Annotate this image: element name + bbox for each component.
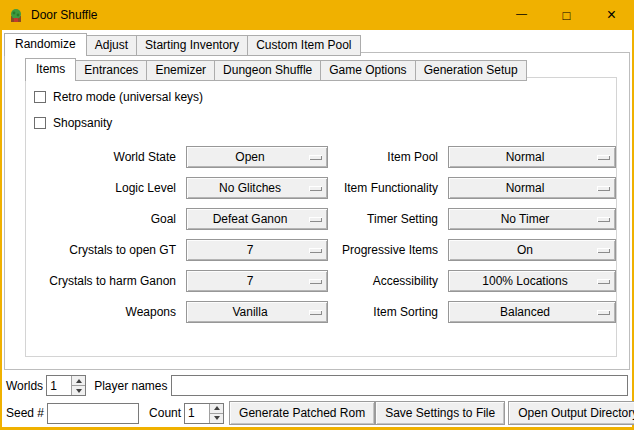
tab-items[interactable]: Items (25, 58, 76, 81)
retro-mode-label: Retro mode (universal keys) (53, 90, 203, 104)
tab-entrances[interactable]: Entrances (75, 60, 147, 81)
dropdown-indicator-icon (309, 279, 322, 284)
tab-game-options[interactable]: Game Options (320, 60, 415, 81)
world-state-dropdown[interactable]: Open (186, 146, 328, 168)
crystals-harm-ganon-dropdown[interactable]: 7 (186, 270, 328, 292)
item-pool-dropdown[interactable]: Normal (448, 146, 616, 168)
item-sorting-dropdown[interactable]: Balanced (448, 301, 616, 323)
goal-value: Defeat Ganon (213, 212, 288, 226)
worlds-spinbox (46, 375, 86, 396)
maximize-icon: □ (563, 8, 571, 23)
dropdown-indicator-icon (309, 310, 322, 315)
dropdown-indicator-icon (309, 217, 322, 222)
dropdown-indicator-icon (309, 155, 322, 160)
tab-randomize[interactable]: Randomize (4, 33, 87, 56)
minimize-button[interactable]: — (499, 0, 544, 30)
retro-mode-option: Retro mode (universal keys) (34, 90, 616, 104)
tab-adjust[interactable]: Adjust (86, 35, 137, 56)
goal-dropdown[interactable]: Defeat Ganon (186, 208, 328, 230)
timer-setting-dropdown[interactable]: No Timer (448, 208, 616, 230)
count-spin-arrows (209, 404, 223, 423)
player-names-label: Player names (94, 379, 167, 393)
logic-level-value: No Glitches (219, 181, 281, 195)
item-functionality-value: Normal (506, 181, 545, 195)
up-arrow-icon (214, 406, 220, 410)
dropdown-indicator-icon (597, 279, 610, 284)
dropdown-indicator-icon (597, 155, 610, 160)
item-sorting-label: Item Sorting (338, 301, 438, 323)
crystals-open-gt-dropdown[interactable]: 7 (186, 239, 328, 261)
retro-mode-checkbox[interactable] (34, 91, 46, 103)
progressive-items-value: On (517, 243, 533, 257)
minimize-icon: — (516, 7, 527, 19)
item-functionality-label: Item Functionality (338, 177, 438, 199)
accessibility-value: 100% Locations (482, 274, 567, 288)
crystals-harm-ganon-label: Crystals to harm Ganon (26, 270, 176, 292)
worlds-spin-down-button[interactable] (72, 385, 85, 395)
close-button[interactable]: × (589, 0, 634, 30)
item-sorting-value: Balanced (500, 305, 550, 319)
main-tab-bar: Randomize Adjust Starting Inventory Cust… (4, 33, 361, 56)
count-input[interactable] (185, 404, 209, 423)
down-arrow-icon (214, 416, 220, 420)
tab-starting-inventory[interactable]: Starting Inventory (136, 35, 248, 56)
count-spin-down-button[interactable] (210, 413, 223, 423)
seed-label: Seed # (6, 406, 44, 420)
progressive-items-label: Progressive Items (338, 239, 438, 261)
logic-level-dropdown[interactable]: No Glitches (186, 177, 328, 199)
weapons-label: Weapons (26, 301, 176, 323)
close-icon: × (607, 6, 616, 24)
crystals-open-gt-value: 7 (247, 243, 254, 257)
worlds-label: Worlds (6, 379, 43, 393)
items-panel: Retro mode (universal keys) Shopsanity W… (25, 77, 617, 357)
generate-patched-rom-button[interactable]: Generate Patched Rom (229, 401, 375, 425)
tab-custom-item-pool[interactable]: Custom Item Pool (247, 35, 360, 56)
weapons-dropdown[interactable]: Vanilla (186, 301, 328, 323)
goal-label: Goal (26, 208, 176, 230)
progressive-items-dropdown[interactable]: On (448, 239, 616, 261)
worlds-spin-up-button[interactable] (72, 376, 85, 385)
accessibility-label: Accessibility (338, 270, 438, 292)
open-output-directory-button[interactable]: Open Output Directory (508, 401, 634, 425)
tab-enemizer[interactable]: Enemizer (146, 60, 215, 81)
tab-dungeon-shuffle[interactable]: Dungeon Shuffle (214, 60, 321, 81)
door-shuffle-window: Door Shuffle — □ × Randomize Adjust Star… (0, 0, 634, 430)
shopsanity-checkbox[interactable] (34, 117, 46, 129)
settings-grid: World State Open Item Pool Normal Logic … (26, 146, 616, 323)
dropdown-indicator-icon (309, 248, 322, 253)
item-functionality-dropdown[interactable]: Normal (448, 177, 616, 199)
dropdown-indicator-icon (597, 310, 610, 315)
seed-row: Seed # Count Generate Patched Rom Save S… (6, 401, 628, 425)
maximize-button[interactable]: □ (544, 0, 589, 30)
bottom-bar: Worlds Player names Seed # Count (6, 370, 628, 425)
tab-generation-setup[interactable]: Generation Setup (415, 60, 527, 81)
dropdown-indicator-icon (597, 186, 610, 191)
app-icon (8, 7, 24, 23)
player-names-input[interactable] (171, 375, 629, 396)
crystals-open-gt-label: Crystals to open GT (26, 239, 176, 261)
item-pool-value: Normal (506, 150, 545, 164)
seed-input[interactable] (47, 403, 139, 424)
crystals-harm-ganon-value: 7 (247, 274, 254, 288)
dropdown-indicator-icon (597, 217, 610, 222)
world-state-label: World State (26, 146, 176, 168)
item-pool-label: Item Pool (338, 146, 438, 168)
timer-setting-label: Timer Setting (338, 208, 438, 230)
up-arrow-icon (76, 379, 82, 383)
count-label: Count (149, 406, 181, 420)
titlebar: Door Shuffle — □ × (0, 0, 634, 30)
world-state-value: Open (235, 150, 264, 164)
weapons-value: Vanilla (232, 305, 267, 319)
count-spin-up-button[interactable] (210, 404, 223, 413)
window-content: Randomize Adjust Starting Inventory Cust… (2, 30, 632, 427)
worlds-input[interactable] (47, 376, 71, 395)
accessibility-dropdown[interactable]: 100% Locations (448, 270, 616, 292)
worlds-row: Worlds Player names (6, 375, 628, 396)
window-title: Door Shuffle (31, 8, 499, 22)
shopsanity-label: Shopsanity (53, 116, 112, 130)
worlds-spin-arrows (71, 376, 85, 395)
down-arrow-icon (76, 389, 82, 393)
save-settings-button[interactable]: Save Settings to File (375, 401, 505, 425)
dropdown-indicator-icon (309, 186, 322, 191)
count-spinbox (184, 403, 224, 424)
